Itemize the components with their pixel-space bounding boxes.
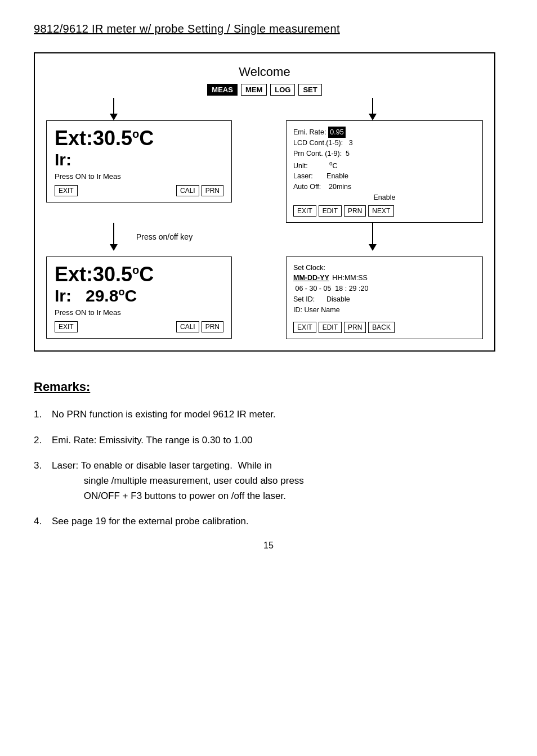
- btn-exit-rb[interactable]: EXIT: [293, 322, 316, 333]
- svg-text:Press on/off key: Press on/off key: [136, 232, 193, 241]
- rb-username-row: ID: User Name: [293, 305, 476, 316]
- left-bottom-panel: Ext:30.5oC Ir: 29.8oC Press ON to Ir Mea…: [46, 256, 232, 339]
- btn-back-rb[interactable]: BACK: [368, 322, 395, 333]
- rt-prn-row: Prn Cont. (1-9): 5: [293, 148, 476, 159]
- rt-laser-row: Laser: Enable: [293, 171, 476, 182]
- remark-4-num: 4.: [34, 514, 52, 529]
- btn-exit-rt[interactable]: EXIT: [293, 205, 316, 217]
- remark-3-text: Laser: To enable or disable laser target…: [52, 458, 304, 504]
- remarks-section: Remarks: 1. No PRN function is existing …: [34, 380, 503, 529]
- btn-mem[interactable]: MEM: [241, 84, 267, 96]
- menu-buttons-row: MEAS MEM LOG SET: [207, 84, 321, 96]
- remark-2: 2. Emi. Rate: Emissivity. The range is 0…: [34, 433, 503, 448]
- right-bottom-panel: Set Clock: MM-DD-YY HH:MM:SS 06 - 30 - 0…: [286, 256, 483, 340]
- diagram-container: Welcome MEAS MEM LOG SET Ext:30.5oC Ir: …: [34, 52, 495, 352]
- svg-marker-1: [110, 114, 118, 120]
- welcome-text: Welcome: [239, 65, 290, 79]
- rb-format-row: MM-DD-YY HH:MM:SS: [293, 273, 476, 284]
- btn-exit-lt[interactable]: EXIT: [55, 185, 78, 196]
- left-top-panel: Ext:30.5oC Ir: Press ON to Ir Meas EXIT …: [46, 120, 232, 202]
- welcome-section: Welcome MEAS MEM LOG SET: [46, 65, 483, 96]
- connector-svg: [46, 98, 485, 120]
- remark-1: 1. No PRN function is existing for model…: [34, 407, 503, 422]
- remarks-title: Remarks:: [34, 380, 503, 394]
- middle-connector-svg: Press on/off key: [46, 223, 485, 256]
- btn-set[interactable]: SET: [298, 84, 321, 96]
- btn-prn-lt[interactable]: PRN: [202, 185, 223, 196]
- remark-3-num: 3.: [34, 458, 52, 504]
- btn-cali-lt[interactable]: CALI: [176, 185, 199, 196]
- right-bot-buttons: EXIT EDIT PRN BACK: [293, 322, 476, 333]
- rt-enable-row: Enable: [293, 192, 476, 203]
- svg-marker-3: [369, 114, 377, 120]
- rt-unit-row: Unit: oC: [293, 159, 476, 172]
- page-title: 9812/9612 IR meter w/ probe Setting / Si…: [34, 22, 503, 35]
- svg-marker-5: [110, 244, 118, 251]
- remark-1-num: 1.: [34, 407, 52, 422]
- left-bot-buttons: EXIT CALI PRN: [55, 321, 223, 332]
- svg-marker-8: [369, 244, 377, 251]
- right-top-panel: Emi. Rate: 0.95 LCD Cont.(1-5): 3 Prn Co…: [286, 120, 483, 223]
- btn-meas[interactable]: MEAS: [207, 84, 238, 96]
- right-top-buttons: EXIT EDIT PRN NEXT: [293, 205, 476, 217]
- remark-2-num: 2.: [34, 433, 52, 448]
- rt-lcd-row: LCD Cont.(1-5): 3: [293, 138, 476, 148]
- remark-2-text: Emi. Rate: Emissivity. The range is 0.30…: [52, 433, 253, 448]
- ext-reading-bot: Ext:30.5oC: [55, 263, 223, 286]
- rt-emi-row: Emi. Rate: 0.95: [293, 127, 476, 138]
- ir-reading-top: Ir:: [55, 150, 223, 170]
- btn-prn-lb[interactable]: PRN: [202, 321, 223, 332]
- bottom-panels-row: Ext:30.5oC Ir: 29.8oC Press ON to Ir Mea…: [46, 256, 483, 340]
- press-on-top: Press ON to Ir Meas: [55, 172, 223, 181]
- btn-next-rt[interactable]: NEXT: [368, 205, 394, 217]
- rb-date-row: 06 - 30 - 05 18 : 29 :20: [293, 284, 476, 294]
- rb-setid-row: Set ID: Disable: [293, 294, 476, 305]
- remark-4: 4. See page 19 for the external probe ca…: [34, 514, 503, 529]
- remark-3: 3. Laser: To enable or disable laser tar…: [34, 458, 503, 504]
- btn-exit-lb[interactable]: EXIT: [55, 321, 78, 332]
- btn-edit-rt[interactable]: EDIT: [319, 205, 342, 217]
- remark-1-text: No PRN function is existing for model 96…: [52, 407, 276, 422]
- btn-edit-rb[interactable]: EDIT: [319, 322, 342, 333]
- ir-reading-bot: Ir: 29.8oC: [55, 286, 223, 306]
- press-on-bot: Press ON to Ir Meas: [55, 308, 223, 317]
- left-top-buttons: EXIT CALI PRN: [55, 185, 223, 196]
- remark-4-text: See page 19 for the external probe calib…: [52, 514, 249, 529]
- top-panels-row: Ext:30.5oC Ir: Press ON to Ir Meas EXIT …: [46, 120, 483, 223]
- rt-autooff-row: Auto Off: 20mins: [293, 182, 476, 192]
- ext-reading-top: Ext:30.5oC: [55, 127, 223, 150]
- btn-prn-rt[interactable]: PRN: [344, 205, 366, 217]
- btn-prn-rb[interactable]: PRN: [344, 322, 366, 333]
- btn-log[interactable]: LOG: [270, 84, 295, 96]
- btn-cali-lb[interactable]: CALI: [176, 321, 199, 332]
- rb-setclock-row: Set Clock:: [293, 263, 476, 273]
- page-number: 15: [34, 541, 503, 551]
